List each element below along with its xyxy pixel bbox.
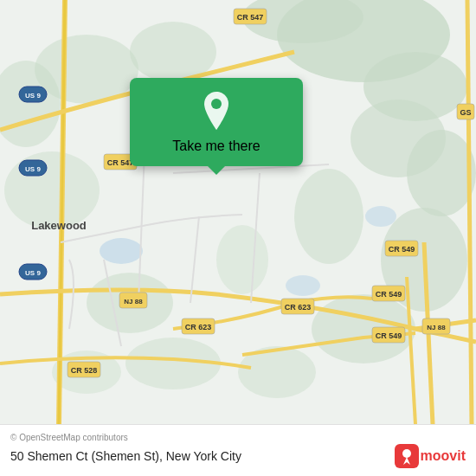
svg-point-18 bbox=[100, 238, 143, 264]
take-me-there-popup[interactable]: Take me there bbox=[130, 78, 303, 166]
svg-text:CR 547: CR 547 bbox=[237, 13, 264, 22]
svg-text:CR 549: CR 549 bbox=[376, 331, 402, 340]
svg-point-11 bbox=[4, 151, 100, 229]
map: CR 547 US 9 CR 547 US 9 Lakewood NJ 88 U… bbox=[0, 0, 476, 424]
moovit-icon bbox=[395, 444, 419, 468]
footer-bar: © OpenStreetMap contributors 50 Shemen C… bbox=[0, 424, 476, 476]
svg-text:CR 623: CR 623 bbox=[285, 303, 312, 312]
attribution-text: © OpenStreetMap contributors bbox=[10, 433, 466, 442]
address-text: 50 Shemen Ct (Shemen St), New York City bbox=[10, 449, 241, 463]
svg-point-50 bbox=[211, 99, 222, 109]
moovit-text: moovit bbox=[421, 448, 466, 464]
popup-label: Take me there bbox=[172, 138, 260, 154]
moovit-logo: moovit bbox=[395, 444, 466, 468]
svg-text:US 9: US 9 bbox=[25, 269, 41, 277]
svg-point-17 bbox=[216, 225, 268, 294]
svg-text:Lakewood: Lakewood bbox=[31, 219, 87, 232]
svg-point-20 bbox=[365, 206, 396, 227]
svg-text:NJ 88: NJ 88 bbox=[427, 324, 446, 331]
svg-text:CR 623: CR 623 bbox=[185, 323, 212, 331]
svg-text:CR 528: CR 528 bbox=[71, 366, 98, 375]
svg-text:GS: GS bbox=[460, 108, 471, 117]
svg-point-19 bbox=[286, 275, 320, 296]
svg-point-16 bbox=[294, 169, 363, 264]
svg-point-52 bbox=[402, 449, 411, 458]
svg-point-5 bbox=[407, 130, 476, 216]
svg-text:NJ 88: NJ 88 bbox=[124, 298, 143, 306]
svg-text:CR 549: CR 549 bbox=[389, 245, 415, 254]
svg-text:CR 549: CR 549 bbox=[376, 290, 402, 299]
svg-text:US 9: US 9 bbox=[25, 165, 41, 173]
svg-text:US 9: US 9 bbox=[25, 92, 41, 100]
location-pin-icon bbox=[201, 92, 232, 130]
